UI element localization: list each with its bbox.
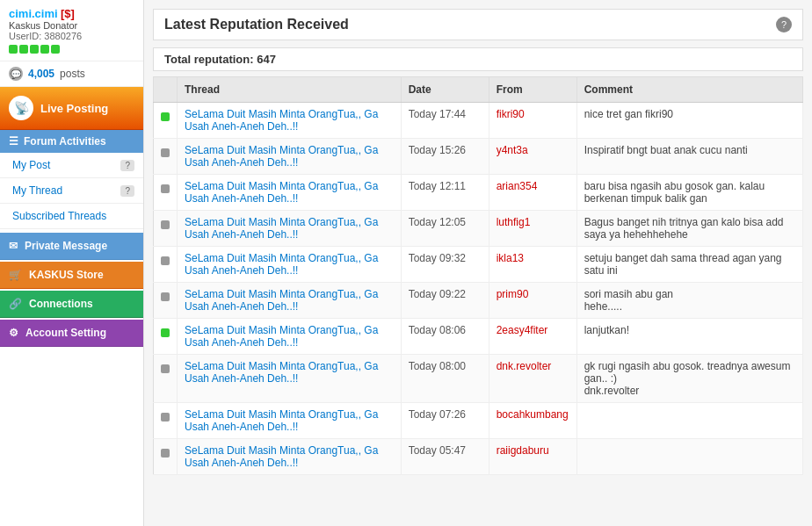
from-link[interactable]: dnk.revolter (497, 360, 552, 372)
user-id: UserID: 3880276 (9, 31, 134, 41)
posts-icon: 💬 (9, 67, 23, 81)
content-header: Latest Reputation Received ? (153, 9, 803, 40)
rep-indicator-cell (154, 439, 178, 475)
connections-icon: 🔗 (9, 298, 22, 310)
from-link[interactable]: fikri90 (497, 108, 525, 120)
table-row: SeLama Duit Masih Minta OrangTua,, Ga Us… (154, 439, 803, 475)
thread-link[interactable]: SeLama Duit Masih Minta OrangTua,, Ga Us… (185, 360, 394, 385)
my-thread-label: My Thread (12, 184, 62, 197)
user-section: cimi.cimi [$] Kaskus Donator UserID: 388… (0, 0, 143, 61)
comment-cell: sori masih abu gan hehe..... (576, 283, 802, 319)
from-cell: ikla13 (489, 247, 576, 283)
user-badge: [$] (61, 7, 75, 20)
from-link[interactable]: ikla13 (497, 252, 524, 264)
thread-link[interactable]: SeLama Duit Masih Minta OrangTua,, Ga Us… (185, 180, 394, 205)
posts-count: 4,005 (28, 68, 54, 80)
total-reputation: Total reputation: 647 (153, 47, 803, 71)
thread-cell: SeLama Duit Masih Minta OrangTua,, Ga Us… (178, 403, 402, 439)
col-comment: Comment (576, 77, 802, 103)
date-cell: Today 15:26 (401, 139, 489, 175)
date-cell: Today 05:47 (401, 439, 489, 475)
thread-link[interactable]: SeLama Duit Masih Minta OrangTua,, Ga Us… (185, 408, 394, 433)
from-link[interactable]: bocahkumbang (497, 408, 569, 421)
rep-indicator-cell (154, 283, 178, 319)
rep-indicator-cell (154, 175, 178, 211)
table-header-row: Thread Date From Comment (154, 77, 803, 103)
thread-link[interactable]: SeLama Duit Masih Minta OrangTua,, Ga Us… (185, 144, 394, 169)
from-cell: arian354 (489, 175, 576, 211)
store-icon: 🛒 (9, 269, 22, 281)
connections-label: Connections (29, 298, 93, 310)
from-cell: luthfig1 (489, 211, 576, 247)
my-thread-badge: ? (120, 185, 134, 197)
account-setting-button[interactable]: ⚙ Account Setting (0, 320, 143, 347)
kaskus-store-button[interactable]: 🛒 KASKUS Store (0, 262, 143, 289)
rep-indicator (161, 184, 170, 193)
main-content: Latest Reputation Received ? Total reput… (144, 0, 812, 526)
col-thread: Thread (178, 77, 402, 103)
rep-indicator (161, 220, 170, 229)
from-link[interactable]: arian354 (497, 180, 538, 192)
sidebar-item-subscribed-threads[interactable]: Subscribed Threads (0, 204, 143, 229)
live-posting-button[interactable]: 📡 Live Posting (0, 87, 143, 130)
thread-cell: SeLama Duit Masih Minta OrangTua,, Ga Us… (178, 355, 402, 403)
from-cell: dnk.revolter (489, 355, 576, 403)
rep-indicator (161, 413, 170, 422)
private-message-button[interactable]: ✉ Private Message (0, 233, 143, 260)
comment-cell (576, 403, 802, 439)
from-cell: prim90 (489, 283, 576, 319)
table-body: SeLama Duit Masih Minta OrangTua,, Ga Us… (154, 103, 803, 475)
comment-cell: Bagus banget nih tritnya gan kalo bisa a… (576, 211, 802, 247)
from-cell: fikri90 (489, 103, 576, 139)
sidebar: cimi.cimi [$] Kaskus Donator UserID: 388… (0, 0, 144, 526)
table-row: SeLama Duit Masih Minta OrangTua,, Ga Us… (154, 103, 803, 139)
thread-link[interactable]: SeLama Duit Masih Minta OrangTua,, Ga Us… (185, 288, 394, 313)
from-link[interactable]: 2easy4fiter (497, 324, 548, 336)
sidebar-item-my-thread[interactable]: My Thread ? (0, 178, 143, 204)
comment-cell: lanjutkan! (576, 319, 802, 355)
rep-indicator-cell (154, 103, 178, 139)
col-indicator (154, 77, 178, 103)
table-row: SeLama Duit Masih Minta OrangTua,, Ga Us… (154, 355, 803, 403)
forum-activities-label: Forum Activities (24, 135, 106, 148)
help-icon[interactable]: ? (776, 17, 792, 32)
rep-indicator (161, 449, 170, 458)
from-link[interactable]: prim90 (497, 288, 529, 300)
date-cell: Today 08:00 (401, 355, 489, 403)
date-cell: Today 07:26 (401, 403, 489, 439)
table-row: SeLama Duit Masih Minta OrangTua,, Ga Us… (154, 211, 803, 247)
thread-cell: SeLama Duit Masih Minta OrangTua,, Ga Us… (178, 283, 402, 319)
thread-link[interactable]: SeLama Duit Masih Minta OrangTua,, Ga Us… (185, 108, 394, 133)
forum-activities-icon: ☰ (9, 135, 18, 148)
thread-link[interactable]: SeLama Duit Masih Minta OrangTua,, Ga Us… (185, 252, 394, 277)
posts-section: 💬 4,005 posts (0, 61, 143, 87)
from-link[interactable]: raiigdaburu (497, 444, 549, 457)
from-link[interactable]: luthfig1 (497, 216, 531, 228)
comment-cell: gk rugi ngasih abu gosok. treadnya awesu… (576, 355, 802, 403)
connections-button[interactable]: 🔗 Connections (0, 291, 143, 318)
comment-cell: nice tret gan fikri90 (576, 103, 802, 139)
private-message-icon: ✉ (9, 240, 18, 252)
thread-link[interactable]: SeLama Duit Masih Minta OrangTua,, Ga Us… (185, 216, 394, 241)
rep-indicator-cell (154, 355, 178, 403)
total-rep-label: Total reputation: (164, 53, 254, 66)
rep-indicator (161, 328, 170, 337)
reputation-table: Thread Date From Comment SeLama Duit Mas… (153, 76, 803, 475)
my-post-badge: ? (120, 160, 134, 171)
table-row: SeLama Duit Masih Minta OrangTua,, Ga Us… (154, 139, 803, 175)
rep-indicator-cell (154, 403, 178, 439)
col-date: Date (401, 77, 489, 103)
from-link[interactable]: y4nt3a (497, 144, 528, 156)
table-row: SeLama Duit Masih Minta OrangTua,, Ga Us… (154, 283, 803, 319)
rep-indicator (161, 292, 170, 301)
rep-indicator (161, 364, 170, 373)
sidebar-item-my-post[interactable]: My Post ? (0, 153, 143, 178)
thread-link[interactable]: SeLama Duit Masih Minta OrangTua,, Ga Us… (185, 444, 394, 469)
date-cell: Today 09:32 (401, 247, 489, 283)
from-cell: y4nt3a (489, 139, 576, 175)
table-row: SeLama Duit Masih Minta OrangTua,, Ga Us… (154, 403, 803, 439)
star-1 (9, 45, 18, 54)
user-name: cimi.cimi [$] (9, 7, 134, 20)
table-row: SeLama Duit Masih Minta OrangTua,, Ga Us… (154, 247, 803, 283)
thread-link[interactable]: SeLama Duit Masih Minta OrangTua,, Ga Us… (185, 324, 394, 349)
